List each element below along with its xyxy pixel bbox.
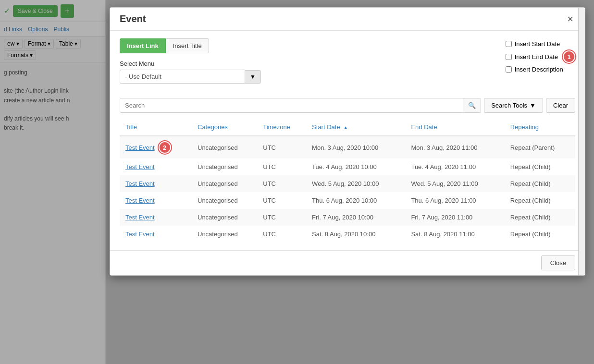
select-menu-label: Select Menu (120, 60, 261, 67)
table-row: Test EventUncategorisedUTCWed. 5 Aug, 20… (120, 175, 575, 192)
cell-repeating: Repeat (Child) (505, 175, 575, 192)
cell-end-date: Fri. 7 Aug, 2020 11:00 (405, 209, 504, 226)
cell-end-date: Thu. 6 Aug, 2020 11:00 (405, 192, 504, 209)
checkbox-description-row: Insert Description (506, 66, 575, 73)
cell-repeating: Repeat (Parent) (505, 136, 575, 158)
insert-start-date-checkbox[interactable] (506, 41, 512, 47)
clear-button[interactable]: Clear (546, 98, 575, 113)
cell-timezone: UTC (257, 136, 306, 158)
cell-end-date: Wed. 5 Aug, 2020 11:00 (405, 175, 504, 192)
events-table: Title Categories Timezone Start Date ▲ E… (120, 119, 575, 243)
cell-categories: Uncategorised (192, 158, 257, 175)
modal-close-button[interactable]: × (565, 14, 575, 24)
event-modal: Event × Insert Link Insert Title Select … (110, 7, 585, 276)
col-categories: Categories (192, 119, 257, 136)
search-tools-dropdown-icon: ▼ (530, 102, 536, 109)
cell-categories: Uncategorised (192, 226, 257, 243)
event-title-link[interactable]: Test Event (125, 180, 155, 187)
cell-repeating: Repeat (Child) (505, 192, 575, 209)
insert-end-date-label: Insert End Date (515, 53, 558, 61)
insert-title-button[interactable]: Insert Title (166, 38, 209, 53)
insert-description-label: Insert Description (515, 66, 563, 73)
select-dropdown-button[interactable]: ▼ (245, 70, 261, 84)
cell-start-date: Fri. 7 Aug, 2020 10:00 (306, 209, 405, 226)
cell-end-date: Mon. 3 Aug, 2020 11:00 (405, 136, 504, 158)
search-input-wrapper: 🔍 (120, 98, 481, 113)
modal-title: Event (120, 13, 146, 24)
search-row: 🔍 Search Tools ▼ Clear (120, 98, 575, 113)
col-start-date[interactable]: Start Date ▲ (306, 119, 405, 136)
cell-title: Test Event (120, 175, 192, 192)
search-icon-button[interactable]: 🔍 (463, 98, 481, 112)
insert-description-checkbox[interactable] (506, 66, 512, 73)
cell-repeating: Repeat (Child) (505, 158, 575, 175)
cell-categories: Uncategorised (192, 136, 257, 158)
cell-categories: Uncategorised (192, 192, 257, 209)
table-row: Test EventUncategorisedUTCSat. 8 Aug, 20… (120, 226, 575, 243)
table-row: Test EventUncategorisedUTCTue. 4 Aug, 20… (120, 158, 575, 175)
event-title-link[interactable]: Test Event (125, 144, 155, 151)
col-title[interactable]: Title (120, 119, 192, 136)
modal-footer: Close (110, 250, 585, 275)
cell-title: Test Event (120, 192, 192, 209)
cell-title: Test Event (120, 209, 192, 226)
table-header-row: Title Categories Timezone Start Date ▲ E… (120, 119, 575, 136)
cell-timezone: UTC (257, 226, 306, 243)
col-repeating: Repeating (505, 119, 575, 136)
cell-title: Test Event (120, 158, 192, 175)
cell-start-date: Mon. 3 Aug, 2020 10:00 (306, 136, 405, 158)
select-menu-dropdown[interactable]: - Use Default (120, 70, 245, 84)
badge-2: 2 (159, 141, 171, 154)
cell-start-date: Sat. 8 Aug, 2020 10:00 (306, 226, 405, 243)
event-title-link[interactable]: Test Event (125, 163, 155, 170)
cell-end-date: Tue. 4 Aug, 2020 11:00 (405, 158, 504, 175)
col-timezone: Timezone (257, 119, 306, 136)
cell-repeating: Repeat (Child) (505, 209, 575, 226)
event-title-link[interactable]: Test Event (125, 231, 155, 238)
cell-categories: Uncategorised (192, 209, 257, 226)
cell-title: Test Event (120, 226, 192, 243)
event-title-link[interactable]: Test Event (125, 214, 155, 221)
col-end-date: End Date (405, 119, 504, 136)
table-row: Test EventUncategorisedUTCThu. 6 Aug, 20… (120, 192, 575, 209)
cell-categories: Uncategorised (192, 175, 257, 192)
insert-start-date-label: Insert Start Date (515, 40, 560, 48)
cell-timezone: UTC (257, 175, 306, 192)
cell-timezone: UTC (257, 192, 306, 209)
event-title-link[interactable]: Test Event (125, 197, 155, 204)
cell-start-date: Wed. 5 Aug, 2020 10:00 (306, 175, 405, 192)
modal-body: Insert Link Insert Title Select Menu - U… (110, 31, 585, 250)
cell-timezone: UTC (257, 158, 306, 175)
close-button[interactable]: Close (541, 255, 575, 270)
checkbox-start-date-row: Insert Start Date (506, 40, 575, 48)
badge-1: 1 (563, 50, 575, 63)
table-row: Test EventUncategorisedUTCFri. 7 Aug, 20… (120, 209, 575, 226)
cell-title: Test Event2 (120, 136, 192, 158)
modal-scrollbar (578, 8, 585, 275)
insert-end-date-checkbox[interactable] (506, 54, 512, 60)
cell-repeating: Repeat (Child) (505, 226, 575, 243)
cell-start-date: Tue. 4 Aug, 2020 10:00 (306, 158, 405, 175)
cell-end-date: Sat. 8 Aug, 2020 11:00 (405, 226, 504, 243)
checkbox-end-date-row: Insert End Date 1 (506, 50, 575, 63)
checkboxes-area: Insert Start Date Insert End Date 1 Inse… (506, 38, 575, 76)
table-row: Test Event2UncategorisedUTCMon. 3 Aug, 2… (120, 136, 575, 158)
cell-start-date: Thu. 6 Aug, 2020 10:00 (306, 192, 405, 209)
modal-header: Event × (110, 8, 585, 31)
search-input[interactable] (120, 98, 463, 112)
cell-timezone: UTC (257, 209, 306, 226)
search-tools-button[interactable]: Search Tools ▼ (484, 98, 543, 113)
select-menu-wrapper: - Use Default ▼ (120, 70, 261, 84)
insert-link-button[interactable]: Insert Link (120, 38, 166, 53)
insert-buttons-group: Insert Link Insert Title (120, 38, 261, 53)
